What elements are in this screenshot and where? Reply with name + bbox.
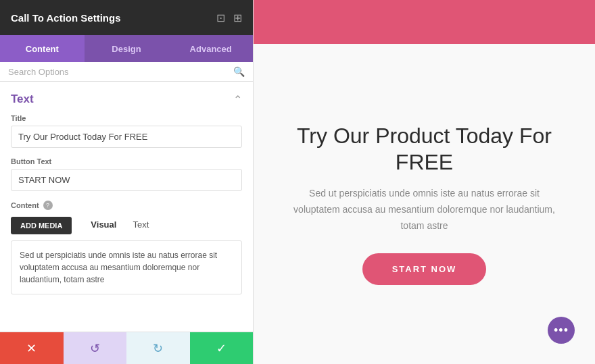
title-label: Title [11,114,242,122]
title-input[interactable] [11,126,242,148]
search-bar: 🔍 [0,62,253,82]
panel-footer: ✕ ↺ ↻ ✓ [0,332,253,364]
columns-icon[interactable]: ⊞ [233,11,242,24]
preview-title: Try Our Product Today For FREE [286,123,563,175]
floating-dots-button[interactable]: ••• [548,317,575,344]
cancel-button[interactable]: ✕ [0,332,64,364]
text-section-title: Text [11,93,34,106]
tab-design[interactable]: Design [85,35,169,62]
text-tab[interactable]: Text [124,215,157,235]
content-label-row: Content ? [11,201,242,210]
button-text-field-group: Button Text [11,157,242,191]
search-icon: 🔍 [233,66,245,77]
settings-panel: Call To Action Settings ⊡ ⊞ Content Desi… [0,0,254,364]
help-icon[interactable]: ? [43,201,53,210]
preview-top-bar [254,0,595,44]
redo-button[interactable]: ↻ [126,332,190,364]
content-editor[interactable]: Sed ut perspiciatis unde omnis iste au n… [11,240,242,294]
preview-cta-button[interactable]: START NOW [362,253,487,285]
button-text-input[interactable] [11,169,242,191]
search-input[interactable] [8,67,228,77]
content-label: Content [11,201,39,209]
text-section-header: Text ⌃ [11,93,242,106]
tab-advanced[interactable]: Advanced [168,35,253,62]
section-collapse-icon[interactable]: ⌃ [233,93,242,106]
preview-content: Try Our Product Today For FREE Sed ut pe… [254,44,595,364]
panel-header: Call To Action Settings ⊡ ⊞ [0,0,253,35]
title-field-group: Title [11,114,242,148]
confirm-button[interactable]: ✓ [190,332,254,364]
panel-tabs: Content Design Advanced [0,35,253,62]
add-media-button[interactable]: ADD MEDIA [11,217,72,234]
button-text-label: Button Text [11,157,242,165]
preview-panel: Try Our Product Today For FREE Sed ut pe… [254,0,595,364]
visual-tab[interactable]: Visual [82,215,124,235]
panel-title: Call To Action Settings [11,12,121,24]
panel-header-icons: ⊡ ⊞ [216,11,242,24]
content-field-group: Content ? ADD MEDIA Visual Text Sed ut p… [11,201,242,294]
expand-icon[interactable]: ⊡ [216,11,225,24]
tab-content[interactable]: Content [0,35,85,62]
preview-subtitle: Sed ut perspiciatis unde omnis iste au n… [286,186,563,234]
editor-view-tabs: Visual Text [82,215,157,235]
editor-toolbar: ADD MEDIA Visual Text [11,215,242,235]
reset-button[interactable]: ↺ [64,332,127,364]
panel-body: Text ⌃ Title Button Text Content ? ADD M… [0,82,253,332]
